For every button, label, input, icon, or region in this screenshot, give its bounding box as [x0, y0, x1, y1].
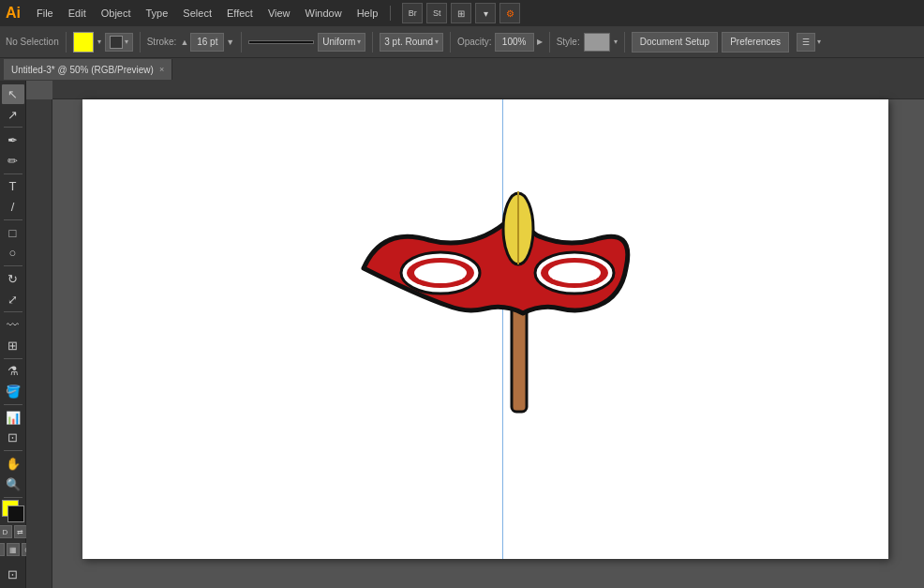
menu-type[interactable]: Type — [140, 6, 175, 21]
mask-illustration — [335, 174, 654, 420]
style-arrow[interactable]: ▾ — [614, 38, 618, 46]
menu-window[interactable]: Window — [299, 6, 349, 21]
extra-icon-1[interactable]: ☰ — [797, 33, 815, 52]
selection-tool[interactable]: ↖ — [2, 84, 24, 104]
graph-tool[interactable]: 📊 — [2, 408, 24, 428]
selection-label: No Selection — [6, 37, 59, 47]
sync-icon[interactable]: ⚙ — [499, 3, 520, 23]
shape-tool[interactable]: □ — [2, 223, 24, 243]
default-colors-icon[interactable]: D — [0, 525, 12, 538]
tool-sep-8 — [4, 450, 22, 451]
toolbar-sep-5 — [450, 32, 451, 53]
direct-selection-tool[interactable]: ↗ — [2, 105, 24, 125]
mini-tools: D ⇄ — [0, 525, 27, 538]
stroke-weight-dropdown[interactable]: 3 pt. Round ▾ — [380, 33, 443, 52]
preferences-button[interactable]: Preferences — [722, 32, 789, 53]
app-logo: Ai — [6, 5, 21, 22]
tool-sep-4 — [4, 265, 22, 266]
artboard[interactable] — [82, 99, 888, 559]
artboard-tool[interactable]: ⊡ — [2, 565, 24, 584]
tool-sep-5 — [4, 311, 22, 312]
toolbar-sep-4 — [372, 32, 373, 53]
menu-select[interactable]: Select — [176, 6, 218, 21]
opacity-label: Opacity: — [457, 37, 492, 47]
toolbar-sep-6 — [549, 32, 550, 53]
tool-sep-9 — [4, 497, 22, 498]
tool-sep-7 — [4, 404, 22, 405]
document-tab-title: Untitled-3* @ 50% (RGB/Preview) — [11, 65, 154, 75]
bridge-icon[interactable]: Br — [402, 3, 423, 23]
style-label: Style: — [557, 37, 580, 47]
stroke-uniform-dropdown[interactable]: Uniform ▾ — [318, 33, 365, 52]
app-switcher-icons: Br St ⊞ ▾ ⚙ — [402, 3, 520, 23]
stock-icon[interactable]: St — [426, 3, 447, 23]
control-toolbar: No Selection ▾ ▾ Stroke: ▲ ▼ Uniform ▾ 3… — [0, 26, 924, 58]
tool-sep-1 — [4, 127, 22, 128]
stroke-down-arrow[interactable]: ▼ — [226, 38, 234, 47]
menu-file[interactable]: File — [30, 6, 60, 21]
document-tab[interactable]: Untitled-3* @ 50% (RGB/Preview) × — [4, 59, 172, 80]
tab-bar: Untitled-3* @ 50% (RGB/Preview) × — [0, 58, 924, 81]
zoom-tool[interactable]: 🔍 — [2, 475, 24, 494]
slice-tool[interactable]: ⊡ — [2, 429, 24, 448]
free-transform-tool[interactable]: ⊞ — [2, 336, 24, 355]
menu-separator-1 — [390, 6, 391, 21]
extra-arrow[interactable]: ▾ — [817, 38, 821, 46]
stroke-up-arrow[interactable]: ▲ — [180, 38, 188, 47]
stroke-swatch[interactable] — [7, 505, 24, 522]
workspace-icon[interactable]: ⊞ — [451, 3, 471, 23]
swap-colors-icon[interactable]: ⇄ — [14, 525, 27, 538]
more-icon[interactable]: ▾ — [475, 3, 496, 23]
color-icon[interactable]: ■ — [0, 543, 5, 556]
ruler-left — [26, 99, 52, 588]
scale-tool[interactable]: ⤢ — [2, 290, 24, 309]
tab-close-button[interactable]: × — [159, 65, 164, 74]
paint-bucket-tool[interactable]: 🪣 — [2, 382, 24, 401]
menu-edit[interactable]: Edit — [62, 6, 93, 21]
toolbar-sep-2 — [140, 32, 141, 53]
menu-bar: Ai File Edit Object Type Select Effect V… — [0, 0, 924, 26]
document-setup-button[interactable]: Document Setup — [632, 32, 719, 53]
fill-color-box[interactable] — [73, 32, 94, 53]
toolbar-sep-7 — [624, 32, 625, 53]
menu-object[interactable]: Object — [95, 6, 138, 21]
hand-tool[interactable]: ✋ — [2, 454, 24, 474]
opacity-section: Opacity: ▶ — [457, 33, 543, 52]
tool-sep-3 — [4, 219, 22, 220]
rotate-tool[interactable]: ↻ — [2, 269, 24, 289]
opacity-input[interactable] — [495, 33, 534, 52]
ellipse-tool[interactable]: ○ — [2, 244, 24, 264]
fill-arrow[interactable]: ▾ — [97, 38, 101, 46]
eyedropper-tool[interactable]: ⚗ — [2, 362, 24, 382]
toolbar-sep-1 — [66, 32, 67, 53]
warp-tool[interactable]: 〰 — [2, 315, 24, 335]
style-box[interactable] — [584, 33, 610, 52]
toolbar-sep-3 — [241, 32, 242, 53]
stroke-line-preview — [248, 40, 314, 44]
type-tool[interactable]: T — [2, 177, 24, 197]
tool-sep-2 — [4, 173, 22, 174]
stroke-size-input[interactable] — [190, 33, 224, 52]
svg-point-3 — [414, 263, 467, 283]
stroke-label: Stroke: — [147, 37, 177, 47]
tool-sep-6 — [4, 358, 22, 359]
ruler-top — [52, 81, 924, 99]
gradient-icon[interactable]: ▦ — [7, 543, 20, 556]
color-swatches — [2, 500, 24, 522]
pencil-tool[interactable]: ✏ — [2, 151, 24, 171]
svg-point-6 — [548, 263, 601, 283]
menu-help[interactable]: Help — [350, 6, 385, 21]
canvas-area — [26, 81, 924, 588]
svg-rect-0 — [512, 304, 527, 412]
line-tool[interactable]: / — [2, 197, 24, 217]
opacity-expand[interactable]: ▶ — [537, 38, 543, 46]
stroke-color-dropdown[interactable]: ▾ — [105, 33, 133, 52]
menu-view[interactable]: View — [261, 6, 297, 21]
pen-tool[interactable]: ✒ — [2, 130, 24, 150]
menu-effect[interactable]: Effect — [220, 6, 260, 21]
left-toolbar: ↖ ↗ ✒ ✏ T / □ ○ ↻ ⤢ 〰 ⊞ ⚗ 🪣 📊 ⊡ ✋ 🔍 — [0, 81, 26, 588]
main-area: ↖ ↗ ✒ ✏ T / □ ○ ↻ ⤢ 〰 ⊞ ⚗ 🪣 📊 ⊡ ✋ 🔍 — [0, 81, 924, 588]
